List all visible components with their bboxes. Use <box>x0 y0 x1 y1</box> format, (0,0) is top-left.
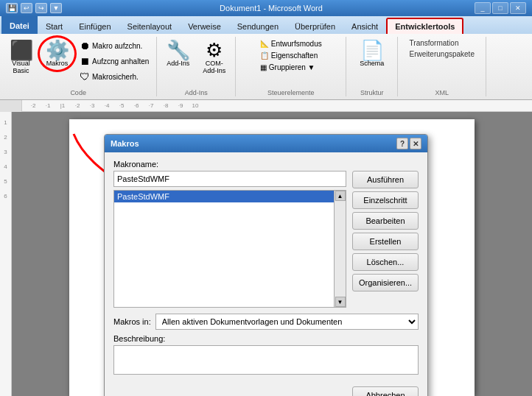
makros-in-select[interactable]: Allen aktiven Dokumentvorlagen und Dokum… <box>155 314 419 330</box>
scroll-up-button[interactable]: ▲ <box>335 191 346 201</box>
shield-icon: 🛡 <box>80 71 90 82</box>
dialog-body: Makroname: PasteStdWMF ▲ ▼ <box>105 152 427 382</box>
struktur-label: Struktur <box>346 89 397 96</box>
dialog-title-bar: Makros ? ✕ <box>105 135 427 152</box>
dialog-help-button[interactable]: ? <box>396 138 408 149</box>
dialog-footer: Abbrechen <box>105 382 427 396</box>
ruler-mark: ·4 <box>99 102 114 109</box>
tab-verweise[interactable]: Verweise <box>180 18 229 34</box>
dialog-title: Makros <box>111 139 139 148</box>
makros-in-row: Makros in: Allen aktiven Dokumentvorlage… <box>113 314 419 330</box>
aufzeichnung-anhalten-button[interactable]: ⏹ Aufzcng anhalten <box>77 54 152 68</box>
gruppieren-button[interactable]: ▦ Gruppieren ▼ <box>257 62 325 73</box>
dialog-close-button[interactable]: ✕ <box>410 138 421 149</box>
add-ins-content: 🔧 Add-Ins ⚙ COM-Add-Ins <box>161 38 231 95</box>
com-add-ins-icon: ⚙ <box>206 40 223 60</box>
gruppieren-icon: ▦ <box>260 63 267 71</box>
tab-sendungen[interactable]: Sendungen <box>229 18 287 34</box>
macro-list-item[interactable]: PasteStdWMF <box>114 191 334 202</box>
close-button[interactable]: ✕ <box>510 2 526 14</box>
scroll-down-button[interactable]: ▼ <box>335 297 346 307</box>
tab-ansicht[interactable]: Ansicht <box>343 18 386 34</box>
tab-start[interactable]: Start <box>38 18 71 34</box>
makros-icon: ⚙️ <box>46 40 69 60</box>
struktur-content: 📄 Schema <box>355 38 388 95</box>
makro-aufzeichnen-button[interactable]: ⏺ Makro aufzchn. <box>77 38 152 53</box>
code-group: ⬛ VisualBasic ⚙️ Makros ⏺ Makro aufzchn.… <box>0 37 157 96</box>
minimize-button[interactable]: _ <box>475 2 491 14</box>
ruler-mark: ·2 <box>26 102 41 109</box>
ruler-mark: |1 <box>55 102 70 109</box>
makrosicherheit-label: Makrosicherh. <box>92 73 139 81</box>
tab-einfuegen[interactable]: Einfügen <box>71 18 119 34</box>
erstellen-button[interactable]: Erstellen <box>352 233 419 250</box>
tab-ueberpruefen[interactable]: Überprüfen <box>287 18 343 34</box>
entwurfsmodus-label: Entwurfsmodus <box>271 40 322 48</box>
undo-icon[interactable]: ↩ <box>21 3 32 13</box>
ribbon: ⬛ VisualBasic ⚙️ Makros ⏺ Makro aufzchn.… <box>0 34 532 100</box>
add-ins-group-label: Add-Ins <box>157 89 235 96</box>
makros-label: Makros <box>46 60 69 67</box>
ruler-mark: ·3 <box>85 102 99 109</box>
stop-icon: ⏹ <box>80 55 90 67</box>
com-add-ins-button[interactable]: ⚙ COM-Add-Ins <box>197 38 231 77</box>
makroname-input[interactable] <box>113 171 346 187</box>
bearbeiten-button[interactable]: Bearbeiten <box>352 212 419 230</box>
abbrechen-button[interactable]: Abbrechen <box>352 386 419 396</box>
makroname-label: Makroname: <box>113 160 419 169</box>
tab-entwicklertools[interactable]: Entwicklertools <box>386 18 463 34</box>
entwurfsmodus-button[interactable]: 📐 Entwurfsmodus <box>257 38 325 49</box>
makros-in-label: Makros in: <box>113 317 151 326</box>
restore-button[interactable]: □ <box>492 2 508 14</box>
dialog-main-row: PasteStdWMF ▲ ▼ Ausführen Einzelschritt <box>113 171 419 308</box>
beschreibung-label: Beschreibung: <box>113 334 419 343</box>
loeschen-button[interactable]: Löschen... <box>352 253 419 271</box>
ruler-corner <box>0 100 22 112</box>
transformation-button[interactable]: Transformation <box>407 38 477 48</box>
eigenschaften-label: Eigenschaften <box>271 52 318 60</box>
beschreibung-box[interactable] <box>113 345 419 375</box>
steuerelemente-label: Steuerelemente <box>236 89 346 96</box>
ruler-mark: ·2 <box>70 102 85 109</box>
visual-basic-icon: ⬛ <box>10 40 33 60</box>
tab-datei[interactable]: Datei <box>1 16 38 34</box>
schema-label: Schema <box>360 60 384 67</box>
ruler-mark: ·1 <box>41 102 55 109</box>
ruler-mark: ·6 <box>129 102 144 109</box>
redo-icon[interactable]: ↪ <box>35 3 47 13</box>
aufzeichnung-label: Aufzcng anhalten <box>92 57 149 66</box>
window-title: Dokument1 - Microsoft Word <box>68 4 475 13</box>
visual-basic-button[interactable]: ⬛ VisualBasic <box>4 38 38 77</box>
select-container: Allen aktiven Dokumentvorlagen und Dokum… <box>155 314 419 330</box>
scroll-track[interactable] <box>335 201 346 297</box>
macro-list[interactable]: PasteStdWMF <box>113 190 335 308</box>
erweiterungspakete-button[interactable]: Erweiterungspakete <box>407 49 477 59</box>
add-ins-button[interactable]: 🔧 Add-Ins <box>161 38 195 69</box>
ruler-mark: 10 <box>188 102 203 109</box>
eigenschaften-icon: 📋 <box>260 52 269 60</box>
dialog-buttons: Ausführen Einzelschritt Bearbeiten Erste… <box>352 171 419 308</box>
makros-button[interactable]: ⚙️ Makros <box>41 38 74 69</box>
makrosicherheit-button[interactable]: 🛡 Makrosicherh. <box>77 69 152 84</box>
organisieren-button[interactable]: Organisieren... <box>352 274 419 291</box>
ruler-mark: ·5 <box>114 102 129 109</box>
dialog-overlay: Makros ? ✕ Makroname: PasteStdWMF <box>0 112 532 396</box>
einzelschritt-button[interactable]: Einzelschritt <box>352 191 419 209</box>
struktur-group: 📄 Schema Struktur <box>346 37 398 96</box>
steuerelemente-group: 📐 Entwurfsmodus 📋 Eigenschaften ▦ Gruppi… <box>236 37 346 96</box>
dialog-list-area: PasteStdWMF ▲ ▼ <box>113 171 346 308</box>
save-icon[interactable]: 💾 <box>6 3 18 13</box>
eigenschaften-button[interactable]: 📋 Eigenschaften <box>257 50 325 61</box>
ausfuehren-button[interactable]: Ausführen <box>352 171 419 188</box>
ruler: ·2 ·1 |1 ·2 ·3 ·4 ·5 ·6 ·7 ·8 ·9 10 <box>0 100 532 112</box>
tab-seitenlayout[interactable]: Seitenlayout <box>119 18 181 34</box>
makro-aufzeichnen-label: Makro aufzchn. <box>92 42 142 50</box>
ruler-mark: ·9 <box>173 102 188 109</box>
list-container: PasteStdWMF ▲ ▼ <box>113 190 346 308</box>
com-add-ins-label: COM-Add-Ins <box>203 60 225 74</box>
schema-button[interactable]: 📄 Schema <box>355 38 388 69</box>
dropdown-icon[interactable]: ▼ <box>50 3 62 13</box>
ribbon-tabs: Datei Start Einfügen Seitenlayout Verwei… <box>0 16 532 34</box>
ruler-mark: ·7 <box>144 102 158 109</box>
code-group-label: Code <box>0 89 156 96</box>
